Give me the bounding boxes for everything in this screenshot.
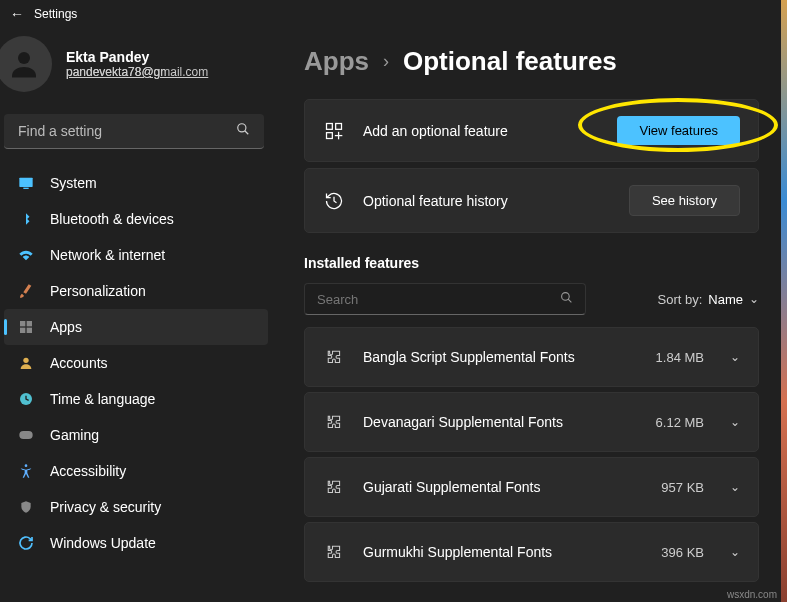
puzzle-icon — [323, 541, 345, 563]
gaming-icon — [18, 427, 34, 443]
see-history-button[interactable]: See history — [629, 185, 740, 216]
privacy-icon — [18, 499, 34, 515]
apps-icon — [18, 319, 34, 335]
svg-rect-4 — [23, 188, 28, 189]
brush-icon — [18, 283, 34, 299]
svg-rect-7 — [20, 328, 25, 333]
svg-rect-5 — [20, 321, 25, 326]
sidebar-item-accessibility[interactable]: Accessibility — [4, 453, 268, 489]
feature-item[interactable]: Gurmukhi Supplemental Fonts396 KB⌄ — [304, 522, 759, 582]
filter-row: Sort by: Name ⌄ — [304, 283, 759, 315]
feature-size: 1.84 MB — [656, 350, 704, 365]
history-card: Optional feature history See history — [304, 168, 759, 233]
nav-label: Network & internet — [50, 247, 165, 263]
system-icon — [18, 175, 34, 191]
sidebar-item-network-internet[interactable]: Network & internet — [4, 237, 268, 273]
update-icon — [18, 535, 34, 551]
nav-label: Windows Update — [50, 535, 156, 551]
breadcrumb-parent[interactable]: Apps — [304, 46, 369, 77]
nav-label: Time & language — [50, 391, 155, 407]
svg-rect-15 — [327, 132, 333, 138]
svg-line-19 — [568, 299, 571, 302]
feature-search[interactable] — [304, 283, 586, 315]
sort-dropdown[interactable]: Sort by: Name ⌄ — [658, 292, 759, 307]
chevron-down-icon: ⌄ — [730, 415, 740, 429]
main-content: Apps › Optional features Add an optional… — [280, 28, 787, 602]
chevron-down-icon: ⌄ — [749, 292, 759, 306]
svg-rect-11 — [19, 431, 32, 439]
page-title: Optional features — [403, 46, 617, 77]
view-features-button[interactable]: View features — [617, 116, 740, 145]
sidebar-item-personalization[interactable]: Personalization — [4, 273, 268, 309]
chevron-down-icon: ⌄ — [730, 350, 740, 364]
feature-name: Bangla Script Supplemental Fonts — [363, 349, 638, 365]
svg-point-18 — [562, 293, 570, 301]
sidebar: Ekta Pandey pandevekta78@gmail.com Syste… — [0, 28, 280, 602]
add-feature-label: Add an optional feature — [363, 123, 599, 139]
breadcrumb: Apps › Optional features — [304, 46, 759, 77]
sidebar-item-system[interactable]: System — [4, 165, 268, 201]
nav-label: Accounts — [50, 355, 108, 371]
watermark: wsxdn.com — [727, 589, 777, 600]
installed-title: Installed features — [304, 255, 759, 271]
feature-search-input[interactable] — [317, 292, 560, 307]
sidebar-item-windows-update[interactable]: Windows Update — [4, 525, 268, 561]
chevron-right-icon: › — [383, 51, 389, 72]
feature-list: Bangla Script Supplemental Fonts1.84 MB⌄… — [304, 327, 759, 582]
svg-point-1 — [238, 124, 246, 132]
svg-line-2 — [245, 131, 249, 135]
sort-label: Sort by: — [658, 292, 703, 307]
puzzle-icon — [323, 476, 345, 498]
svg-rect-6 — [27, 321, 32, 326]
feature-name: Devanagari Supplemental Fonts — [363, 414, 638, 430]
back-icon[interactable]: ← — [10, 6, 24, 22]
avatar — [0, 36, 52, 92]
feature-item[interactable]: Bangla Script Supplemental Fonts1.84 MB⌄ — [304, 327, 759, 387]
feature-size: 957 KB — [661, 480, 704, 495]
chevron-down-icon: ⌄ — [730, 545, 740, 559]
sidebar-item-gaming[interactable]: Gaming — [4, 417, 268, 453]
account-icon — [18, 355, 34, 371]
feature-size: 6.12 MB — [656, 415, 704, 430]
wifi-icon — [18, 247, 34, 263]
svg-rect-13 — [327, 123, 333, 129]
sidebar-item-time-language[interactable]: Time & language — [4, 381, 268, 417]
svg-rect-8 — [27, 328, 32, 333]
add-feature-card: Add an optional feature View features — [304, 99, 759, 162]
time-icon — [18, 391, 34, 407]
sidebar-item-apps[interactable]: Apps — [4, 309, 268, 345]
feature-size: 396 KB — [661, 545, 704, 560]
search-icon — [560, 290, 573, 308]
sidebar-item-accounts[interactable]: Accounts — [4, 345, 268, 381]
add-app-icon — [323, 120, 345, 142]
svg-rect-14 — [336, 123, 342, 129]
nav-label: Accessibility — [50, 463, 126, 479]
search-icon — [236, 122, 250, 140]
sort-value: Name — [708, 292, 743, 307]
history-icon — [323, 190, 345, 212]
nav-label: Privacy & security — [50, 499, 161, 515]
svg-point-0 — [18, 52, 30, 64]
bluetooth-icon — [18, 211, 34, 227]
puzzle-icon — [323, 346, 345, 368]
sidebar-item-bluetooth-devices[interactable]: Bluetooth & devices — [4, 201, 268, 237]
search-input[interactable] — [18, 123, 236, 139]
nav-label: Bluetooth & devices — [50, 211, 174, 227]
chevron-down-icon: ⌄ — [730, 480, 740, 494]
feature-item[interactable]: Gujarati Supplemental Fonts957 KB⌄ — [304, 457, 759, 517]
nav-label: Gaming — [50, 427, 99, 443]
nav-label: Apps — [50, 319, 82, 335]
settings-search[interactable] — [4, 114, 264, 149]
svg-point-12 — [25, 464, 28, 467]
profile-section[interactable]: Ekta Pandey pandevekta78@gmail.com — [0, 28, 272, 108]
nav-label: System — [50, 175, 97, 191]
profile-name: Ekta Pandey — [66, 49, 208, 65]
feature-item[interactable]: Devanagari Supplemental Fonts6.12 MB⌄ — [304, 392, 759, 452]
profile-email: pandevekta78@gmail.com — [66, 65, 208, 79]
nav-list: SystemBluetooth & devicesNetwork & inter… — [0, 165, 272, 561]
history-label: Optional feature history — [363, 193, 611, 209]
sidebar-item-privacy-security[interactable]: Privacy & security — [4, 489, 268, 525]
svg-point-9 — [23, 358, 28, 363]
accessibility-icon — [18, 463, 34, 479]
nav-label: Personalization — [50, 283, 146, 299]
